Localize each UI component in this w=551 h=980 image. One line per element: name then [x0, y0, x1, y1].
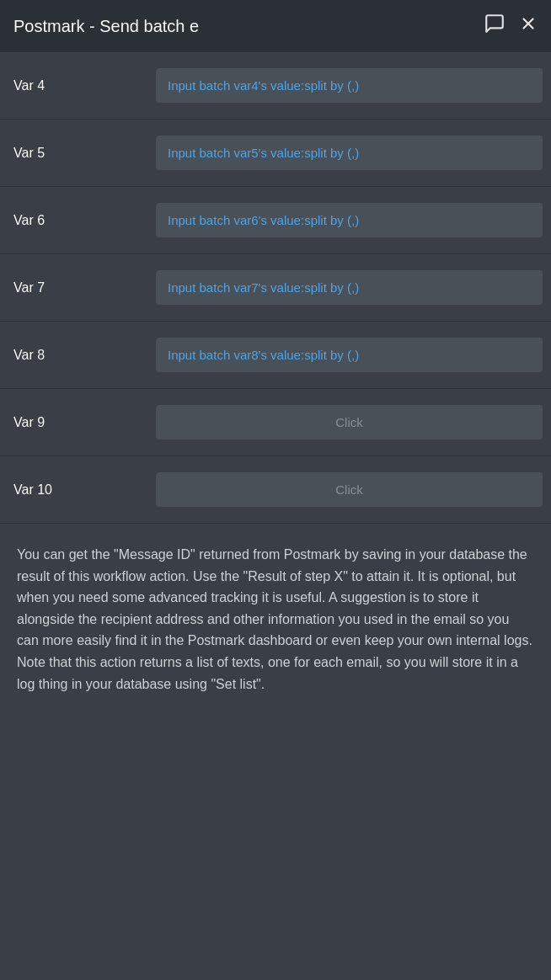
- close-icon[interactable]: [519, 14, 538, 38]
- row-label: Var 9: [0, 389, 147, 455]
- page-title: Postmark - Send batch e: [13, 17, 199, 36]
- table-row: Var 8Input batch var8's value:split by (…: [0, 322, 551, 389]
- header: Postmark - Send batch e: [0, 0, 551, 52]
- form-content: Var 4Input batch var4's value:split by (…: [0, 52, 551, 524]
- table-row: Var 9Click: [0, 389, 551, 456]
- table-row: Var 5Input batch var5's value:split by (…: [0, 120, 551, 187]
- row-label: Var 8: [0, 322, 147, 388]
- info-text: You can get the "Message ID" returned fr…: [0, 524, 551, 715]
- row-label: Var 7: [0, 254, 147, 321]
- click-placeholder[interactable]: Click: [156, 472, 543, 507]
- header-actions: [484, 13, 538, 40]
- row-label: Var 4: [0, 52, 147, 119]
- click-placeholder[interactable]: Click: [156, 405, 543, 439]
- table-row: Var 4Input batch var4's value:split by (…: [0, 52, 551, 120]
- row-label: Var 5: [0, 120, 147, 186]
- value-box: Input batch var6's value:split by (,): [156, 203, 543, 237]
- value-box: Input batch var7's value:split by (,): [156, 270, 543, 305]
- comment-icon[interactable]: [484, 13, 506, 40]
- table-row: Var 7Input batch var7's value:split by (…: [0, 254, 551, 322]
- value-box: Input batch var8's value:split by (,): [156, 338, 543, 372]
- row-label: Var 10: [0, 456, 147, 523]
- value-box: Input batch var5's value:split by (,): [156, 136, 543, 170]
- value-box: Input batch var4's value:split by (,): [156, 68, 543, 103]
- table-row: Var 6Input batch var6's value:split by (…: [0, 187, 551, 254]
- row-label: Var 6: [0, 187, 147, 253]
- table-row: Var 10Click: [0, 456, 551, 524]
